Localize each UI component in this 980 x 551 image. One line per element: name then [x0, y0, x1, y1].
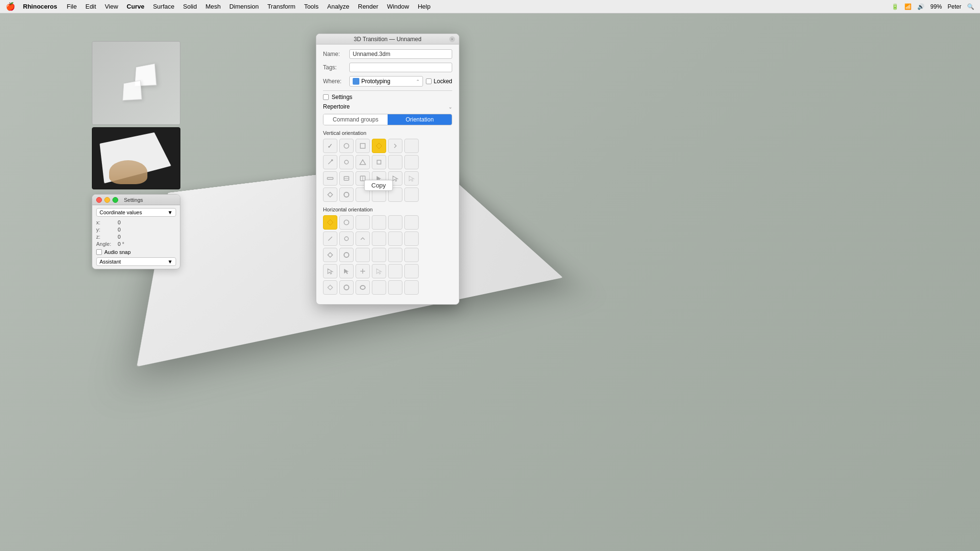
tags-label: Tags:: [323, 64, 349, 71]
repertoire-row[interactable]: Repertoire ⌄: [323, 103, 452, 110]
orient-tool-1[interactable]: [323, 171, 337, 186]
orient-checkmark[interactable]: ✓: [323, 139, 337, 153]
h-orient-empty-2[interactable]: [372, 215, 386, 230]
orient-empty-7[interactable]: [404, 187, 419, 202]
orient-square[interactable]: [356, 139, 370, 153]
h-orient-empty-15[interactable]: [388, 280, 402, 295]
menu-window[interactable]: Window: [387, 3, 409, 10]
h-orient-empty-11[interactable]: [404, 248, 419, 262]
h-orient-empty-5[interactable]: [372, 231, 386, 246]
menu-edit[interactable]: Edit: [85, 3, 96, 10]
h-orient-circle-sm[interactable]: [339, 231, 354, 246]
h-orient-empty-13[interactable]: [404, 264, 419, 278]
tags-input[interactable]: [349, 63, 452, 72]
horizontal-orientation-label: Horizontal orientation: [323, 207, 452, 212]
orient-empty-3[interactable]: [404, 155, 419, 169]
svg-rect-1: [360, 143, 365, 148]
close-button[interactable]: [96, 197, 102, 203]
minimize-button[interactable]: [104, 197, 110, 203]
h-orient-empty-4[interactable]: [404, 215, 419, 230]
orient-empty-2[interactable]: [388, 155, 402, 169]
h-orient-cursor-1[interactable]: [323, 264, 337, 278]
vertical-row-1: ✓: [323, 139, 452, 153]
traffic-lights: [96, 197, 118, 203]
h-orient-circle[interactable]: [339, 215, 354, 230]
h-orient-arrow[interactable]: [356, 231, 370, 246]
dialog-close-button[interactable]: ×: [449, 36, 455, 42]
orient-empty-1[interactable]: [404, 139, 419, 153]
locked-checkbox[interactable]: [426, 78, 432, 84]
h-orient-empty-16[interactable]: [404, 280, 419, 295]
orient-diamond-gold[interactable]: [372, 139, 386, 153]
h-orient-tool-sm[interactable]: [323, 280, 337, 295]
orient-arrow-right[interactable]: [388, 139, 402, 153]
h-orient-empty-8[interactable]: [356, 248, 370, 262]
svg-rect-7: [377, 160, 381, 164]
h-orient-cursor-3[interactable]: [372, 264, 386, 278]
h-orient-empty-14[interactable]: [372, 280, 386, 295]
tags-row: Tags:: [323, 63, 452, 72]
angle-value: 0 °: [118, 241, 124, 247]
maximize-button[interactable]: [112, 197, 118, 203]
orient-pen[interactable]: [323, 155, 337, 169]
h-orient-diamond-gold[interactable]: [323, 215, 337, 230]
h-orient-empty-7[interactable]: [404, 231, 419, 246]
audio-snap-row: Audio snap: [96, 249, 176, 255]
h-orient-pen[interactable]: [323, 231, 337, 246]
h-orient-circle-2[interactable]: [339, 248, 354, 262]
orient-tool-2[interactable]: [339, 171, 354, 186]
menu-mesh[interactable]: Mesh: [205, 3, 221, 10]
menu-render[interactable]: Render: [358, 3, 379, 10]
h-orient-empty-6[interactable]: [388, 231, 402, 246]
name-label: Name:: [323, 51, 349, 57]
svg-marker-29: [328, 285, 333, 290]
orient-square-sm[interactable]: [372, 155, 386, 169]
menu-curve[interactable]: Curve: [127, 3, 145, 10]
menu-surface[interactable]: Surface: [153, 3, 175, 10]
where-dropdown[interactable]: Prototyping ⌃: [349, 76, 423, 87]
svg-point-31: [360, 286, 365, 289]
menu-dimension[interactable]: Dimension: [229, 3, 258, 10]
svg-marker-6: [360, 160, 366, 165]
h-orient-empty-1[interactable]: [356, 215, 370, 230]
menu-file[interactable]: File: [67, 3, 77, 10]
orient-diamond-sm[interactable]: [323, 187, 337, 202]
menu-solid[interactable]: Solid: [183, 3, 197, 10]
name-input[interactable]: [349, 49, 452, 59]
orient-cursor-3[interactable]: [404, 171, 419, 186]
h-orient-blob[interactable]: [339, 280, 354, 295]
menu-help[interactable]: Help: [418, 3, 431, 10]
tab-orientation[interactable]: Orientation: [388, 114, 452, 125]
h-orient-blob-2[interactable]: [356, 280, 370, 295]
where-row: Where: Prototyping ⌃ Locked: [323, 76, 452, 87]
assistant-dropdown[interactable]: Assistant ▼: [96, 257, 176, 266]
y-label: y:: [96, 227, 118, 232]
spotlight-icon[interactable]: 🔍: [967, 3, 974, 10]
orient-triangle[interactable]: [356, 155, 370, 169]
audio-snap-checkbox[interactable]: [96, 249, 102, 255]
h-orient-empty-3[interactable]: [388, 215, 402, 230]
h-orient-empty-10[interactable]: [388, 248, 402, 262]
coordinate-dropdown[interactable]: Coordinate values ▼: [96, 208, 176, 217]
menu-view[interactable]: View: [105, 3, 118, 10]
menu-tools[interactable]: Tools: [304, 3, 318, 10]
orient-circle-sm[interactable]: [339, 155, 354, 169]
volume-icon: 🔊: [917, 3, 924, 10]
h-orient-empty-12[interactable]: [388, 264, 402, 278]
h-orient-cross[interactable]: [356, 264, 370, 278]
tab-command-groups[interactable]: Command groups: [323, 114, 388, 125]
settings-titlebar: Settings: [92, 195, 180, 205]
h-orient-diamond-sm[interactable]: [323, 248, 337, 262]
orient-circle-lg[interactable]: [339, 187, 354, 202]
orient-circle[interactable]: [339, 139, 354, 153]
menu-analyze[interactable]: Analyze: [327, 3, 349, 10]
menu-transform[interactable]: Transform: [267, 3, 296, 10]
app-name[interactable]: Rhinoceros: [23, 3, 57, 10]
h-orient-cursor-2[interactable]: [339, 264, 354, 278]
h-orient-empty-9[interactable]: [372, 248, 386, 262]
apple-menu[interactable]: 🍎: [6, 2, 15, 11]
settings-checkbox[interactable]: [323, 94, 329, 100]
horizontal-row-3: [323, 248, 452, 262]
menu-items: File Edit View Curve Surface Solid Mesh …: [67, 3, 431, 10]
copy-tooltip[interactable]: Copy: [364, 180, 393, 191]
